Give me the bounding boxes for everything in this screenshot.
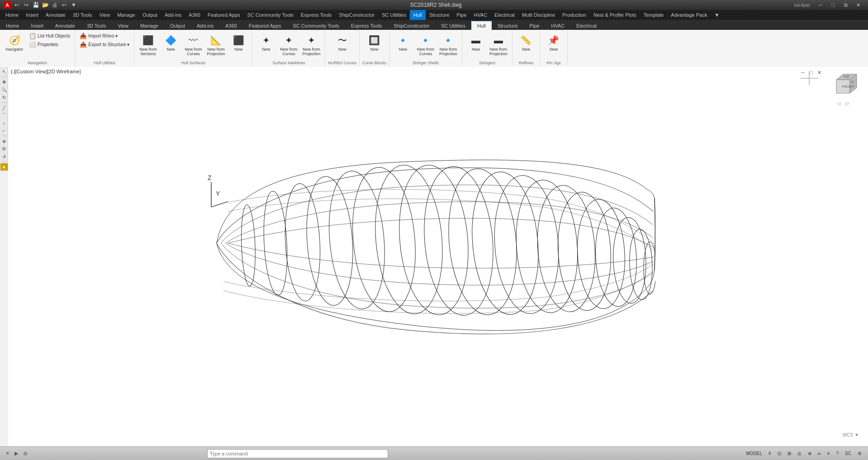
menu-item-annotate[interactable]: Annotate: [42, 10, 69, 20]
stringer-shells-from-projection-button[interactable]: 🔹 New from Projection: [437, 32, 459, 58]
snap-button[interactable]: ⊡: [775, 450, 784, 457]
ribbon-tab-sc-utilities[interactable]: SC Utilities: [435, 21, 471, 30]
close-button[interactable]: ✕: [853, 1, 864, 9]
hull-surface-new2-button[interactable]: ⬛ New: [228, 32, 249, 53]
tool-line[interactable]: ╱: [0, 104, 8, 111]
ribbon-tab-pipe[interactable]: Pipe: [524, 21, 545, 30]
otrack-button[interactable]: ∞: [815, 450, 824, 457]
stringer-shells-new-button[interactable]: 🔹 New: [392, 32, 414, 53]
menu-item-shipconstructor[interactable]: ShipConstructor: [335, 10, 378, 20]
curve-blocks-new-button[interactable]: 🔲 New: [363, 32, 385, 53]
menu-item-structure[interactable]: Structure: [426, 10, 453, 20]
grid-button[interactable]: #: [766, 450, 774, 457]
tool-pan[interactable]: ✥: [0, 78, 8, 85]
reflines-new-button[interactable]: 📏 New: [515, 32, 537, 53]
export-to-structure-button[interactable]: 📤 Export to Structure ▾: [78, 40, 131, 48]
viewport[interactable]: [-][Custom View][2D Wireframe] ─ □ ✕ FRO…: [8, 67, 868, 446]
nurbs-new-button[interactable]: 〜 New: [332, 32, 353, 53]
ribbon-tab-manage[interactable]: Manage: [134, 21, 164, 30]
menu-item-template[interactable]: Template: [640, 10, 668, 20]
status-x-button[interactable]: ✕: [4, 450, 11, 457]
menu-item-▼[interactable]: ▼: [711, 10, 723, 20]
new-from-curves-button[interactable]: 〰 New from Curves: [182, 32, 204, 58]
tool-active[interactable]: ★: [0, 163, 8, 171]
ribbon-tab-hull[interactable]: Hull: [471, 21, 492, 30]
marklines-from-curves-button[interactable]: ✦ New from Curves: [278, 32, 299, 58]
pin-jigs-new-button[interactable]: 📌 New: [543, 32, 564, 53]
menu-item-view[interactable]: View: [96, 10, 114, 20]
new-from-sections-button[interactable]: ⬛ New from Sections: [137, 32, 159, 58]
import-rhino-button[interactable]: 📥 Import Rhino ▾: [78, 32, 131, 40]
ribbon-tab-annotate[interactable]: Annotate: [49, 21, 81, 30]
menu-item-a360[interactable]: A360: [185, 10, 204, 20]
ortho-button[interactable]: ⊞: [785, 450, 794, 457]
list-hull-objects-button[interactable]: 📋 List Hull Objects: [27, 32, 72, 40]
ribbon-tab-insert[interactable]: Insert: [25, 21, 49, 30]
qa-plot[interactable]: 🖨: [51, 1, 59, 9]
menu-item-nest-&-profile-plots[interactable]: Nest & Profile Plots: [590, 10, 640, 20]
lineweight-button[interactable]: ≡: [825, 450, 833, 457]
ribbon-tab-view[interactable]: View: [112, 21, 135, 30]
menu-item-insert[interactable]: Insert: [22, 10, 42, 20]
qa-undo2[interactable]: ↩: [60, 1, 68, 9]
settings-button[interactable]: ⚙: [855, 450, 864, 457]
qa-save[interactable]: 💾: [32, 1, 40, 9]
sc-button[interactable]: SC: [842, 450, 854, 457]
ribbon-tab-shipconstructor[interactable]: ShipConstructor: [388, 21, 435, 30]
ribbon-tab-sc-community-tools[interactable]: SC Community Tools: [287, 21, 346, 30]
status-play-button[interactable]: ▶: [13, 450, 20, 457]
marklines-from-projection-button[interactable]: ✦ New from Projection: [300, 32, 322, 58]
properties-button[interactable]: ⬜ Properties: [27, 40, 72, 48]
menu-item-multi-discipline[interactable]: Multi Discipline: [518, 10, 559, 20]
minimize-button[interactable]: ─: [815, 1, 826, 9]
menu-item-production[interactable]: Production: [559, 10, 590, 20]
tool-zoom[interactable]: 🔍: [0, 86, 8, 93]
tool-circle[interactable]: ○: [0, 119, 8, 127]
command-input[interactable]: [207, 449, 388, 458]
tool-arc[interactable]: ⌢: [0, 127, 8, 134]
restore-button[interactable]: □: [827, 1, 839, 9]
ribbon-tab-output[interactable]: Output: [164, 21, 191, 30]
menu-item-sc-utilities[interactable]: SC Utilities: [378, 10, 410, 20]
ribbon-tab-express-tools[interactable]: Express Tools: [345, 21, 388, 30]
view-cube[interactable]: FRONT TOP R ◁ ▷: [827, 71, 859, 102]
ribbon-tab-add-ins[interactable]: Add-ins: [191, 21, 219, 30]
menu-item-electrical[interactable]: Electrical: [491, 10, 518, 20]
menu-item-hull[interactable]: Hull: [410, 10, 426, 20]
menu-item-featured-apps[interactable]: Featured Apps: [204, 10, 244, 20]
menu-item-home[interactable]: Home: [2, 10, 22, 20]
menu-item-advantage-pack[interactable]: Advantage Pack: [667, 10, 711, 20]
qp-button[interactable]: ?: [834, 450, 842, 457]
menu-item-add-ins[interactable]: Add-ins: [161, 10, 185, 20]
compass-arrow-left[interactable]: ◁: [837, 101, 840, 106]
ribbon-tab-structure[interactable]: Structure: [492, 21, 524, 30]
ribbon-tab-a360[interactable]: A360: [219, 21, 243, 30]
menu-item-pipe[interactable]: Pipe: [453, 10, 470, 20]
compass-arrow-right[interactable]: ▷: [846, 101, 849, 106]
tool-orbit[interactable]: ↻: [0, 94, 8, 101]
stringers-new-button[interactable]: ▬ New: [465, 32, 487, 53]
qa-more[interactable]: ▼: [70, 1, 78, 9]
marklines-new-button[interactable]: ✦ New: [255, 32, 277, 53]
tool-copy[interactable]: ⧉: [0, 145, 8, 152]
menu-item-manage[interactable]: Manage: [114, 10, 139, 20]
stringers-from-projection-button[interactable]: ▬ New from Projection: [488, 32, 509, 58]
restore2-button[interactable]: ⧉: [840, 1, 852, 9]
ribbon-tab-hvac[interactable]: HVAC: [545, 21, 571, 30]
navigator-button[interactable]: 🧭 Navigator: [3, 32, 26, 53]
ribbon-tab-home[interactable]: Home: [0, 21, 25, 30]
tool-rotate[interactable]: ↺: [0, 153, 8, 160]
hull-surface-new-button[interactable]: 🔷 New: [160, 32, 181, 53]
qa-open[interactable]: 📂: [41, 1, 49, 9]
tool-polyline[interactable]: ⌒: [0, 112, 8, 119]
tool-move[interactable]: ⊕: [0, 138, 8, 145]
tool-select[interactable]: ↖: [0, 68, 8, 75]
menu-item-output[interactable]: Output: [139, 10, 161, 20]
menu-item-sc-community-tools[interactable]: SC Community Tools: [244, 10, 298, 20]
ribbon-tab-electrical[interactable]: Electrical: [570, 21, 602, 30]
menu-item-express-tools[interactable]: Express Tools: [297, 10, 335, 20]
osnap-button[interactable]: ⊕: [805, 450, 814, 457]
ribbon-tab-3d-tools[interactable]: 3D Tools: [81, 21, 112, 30]
menu-item-3d-tools[interactable]: 3D Tools: [69, 10, 96, 20]
new-from-projection-button[interactable]: 📐 New from Projection: [205, 32, 227, 58]
